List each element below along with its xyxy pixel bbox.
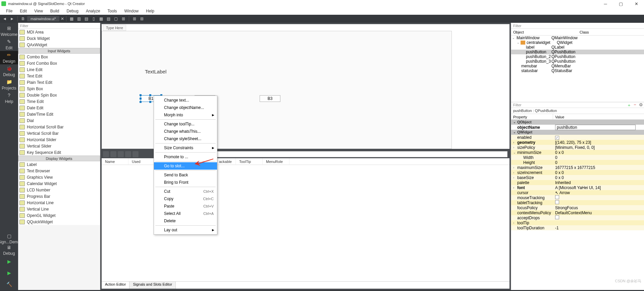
expand-icon[interactable]: › xyxy=(513,146,517,149)
property-row[interactable]: ›sizeIncrement0 x 0 xyxy=(511,170,644,175)
object-tree-row[interactable]: menubarQMenuBar xyxy=(511,64,644,68)
property-row[interactable]: paletteInherited xyxy=(511,180,644,185)
action-col-header[interactable]: MenuRole xyxy=(263,158,289,165)
expand-icon[interactable]: › xyxy=(513,186,517,189)
minimize-button[interactable]: ─ xyxy=(598,0,613,7)
context-menu-item[interactable]: Lay out▶ xyxy=(154,226,217,234)
widget-item[interactable]: Plain Text Edit xyxy=(18,79,100,85)
action-col-header[interactable]: Name xyxy=(102,158,128,165)
property-row[interactable]: ⌄minimumSize0 x 0 xyxy=(511,150,644,155)
object-tree-row[interactable]: ⌄MainWindowQMainWindow xyxy=(511,36,644,40)
action-col-header[interactable]: ackable xyxy=(216,158,236,165)
widget-filter[interactable]: Filter xyxy=(18,23,100,29)
property-row[interactable]: mouseTracking xyxy=(511,195,644,200)
property-row[interactable]: acceptDrops xyxy=(511,215,644,220)
layout-hbox-icon[interactable]: ▦ xyxy=(68,15,75,22)
expand-icon[interactable]: › xyxy=(513,166,517,169)
property-row[interactable]: ›fontA [Microsoft YaHei UI, 14] xyxy=(511,185,644,190)
copy-action-icon[interactable] xyxy=(110,151,116,157)
property-row[interactable]: ›toolTip xyxy=(511,220,644,225)
widget-item[interactable]: Double Spin Box xyxy=(18,92,100,98)
layout-form-icon[interactable]: ▤ xyxy=(105,15,112,22)
property-header-name[interactable]: Property xyxy=(511,114,553,119)
resize-handle[interactable] xyxy=(140,101,142,103)
property-row[interactable]: tabletTracking xyxy=(511,200,644,205)
widget-item[interactable]: Key Sequence Edit xyxy=(18,149,100,156)
property-row[interactable]: objectNamepushButton xyxy=(511,125,644,130)
property-row[interactable]: cursor↖ Arrow xyxy=(511,190,644,195)
property-section[interactable]: ⌄QObject xyxy=(511,120,644,125)
widget-item[interactable]: QAxWidget xyxy=(18,42,100,48)
remove-dynamic-prop-icon[interactable]: − xyxy=(632,102,638,108)
property-row[interactable]: ›maximumSize16777215 x 16777215 xyxy=(511,165,644,170)
mode-design[interactable]: ✏Design xyxy=(0,51,18,64)
expand-icon[interactable]: ⌄ xyxy=(516,41,521,44)
widget-item[interactable]: Progress Bar xyxy=(18,193,100,199)
widget-item[interactable]: Horizontal Scroll Bar xyxy=(18,124,100,130)
widget-item[interactable]: Combo Box xyxy=(18,54,100,60)
widget-item[interactable]: MDI Area xyxy=(18,29,100,35)
action-tab[interactable]: Signals and Slots Editor xyxy=(129,282,176,289)
object-tree-row[interactable]: pushButtonQPushButton xyxy=(511,50,644,54)
property-filter[interactable]: Filter xyxy=(511,103,626,107)
widget-item[interactable]: Text Browser xyxy=(18,168,100,174)
open-tab[interactable]: mainwindow.ui* xyxy=(27,16,59,21)
widget-item[interactable]: Vertical Line xyxy=(18,206,100,212)
widget-item[interactable]: Horizontal Line xyxy=(18,199,100,206)
forward-icon[interactable]: ► xyxy=(9,15,15,22)
mode-edit[interactable]: ✎Edit xyxy=(0,38,18,51)
object-tree-row[interactable]: ⌄centralwidgetQWidget xyxy=(511,40,644,45)
context-menu-item[interactable]: Send to Back xyxy=(154,171,217,179)
menu-build[interactable]: Build xyxy=(47,8,63,14)
back-icon[interactable]: ◄ xyxy=(1,15,8,22)
menu-edit[interactable]: Edit xyxy=(16,8,30,14)
grid-toggle2-icon[interactable]: ⊞ xyxy=(139,15,145,22)
property-row[interactable]: toolTipDuration-1 xyxy=(511,225,644,230)
action-col-header[interactable]: ToolTip xyxy=(236,158,263,165)
checkbox[interactable] xyxy=(555,195,559,199)
layout-vsplit-icon[interactable]: ▯ xyxy=(91,15,97,22)
break-layout-icon[interactable]: ▢ xyxy=(113,15,119,22)
context-menu-item[interactable]: Bring to Front xyxy=(154,179,217,186)
button-b3[interactable]: B3 xyxy=(260,95,280,102)
context-menu-item[interactable]: Morph into▶ xyxy=(154,111,217,119)
resize-handle[interactable] xyxy=(140,98,142,100)
widget-item[interactable]: LCD Number xyxy=(18,187,100,193)
paste-action-icon[interactable] xyxy=(118,151,124,157)
menu-help[interactable]: Help xyxy=(143,8,158,14)
object-tree-row[interactable]: pushButton_2QPushButton xyxy=(511,54,644,59)
mode-projects[interactable]: 📁Projects xyxy=(0,78,18,91)
widget-item[interactable]: Dial xyxy=(18,117,100,124)
text-label-widget[interactable]: TextLabel xyxy=(145,69,166,74)
kit-selector[interactable]: 🖥Debug xyxy=(0,244,18,256)
context-menu-item[interactable]: Select AllCtrl+A xyxy=(154,210,217,217)
widget-item[interactable]: Spin Box xyxy=(18,85,100,92)
widget-item[interactable]: OpenGL Widget xyxy=(18,212,100,219)
property-value-input[interactable]: pushButton xyxy=(555,125,636,130)
delete-action-icon[interactable] xyxy=(125,151,131,157)
resize-handle[interactable] xyxy=(149,94,151,96)
widget-item[interactable]: Date/Time Edit xyxy=(18,111,100,117)
checkbox[interactable] xyxy=(555,136,559,140)
action-filter[interactable]: Filter xyxy=(187,151,507,157)
menu-analyze[interactable]: Analyze xyxy=(83,8,104,14)
action-tab[interactable]: Action Editor xyxy=(102,282,129,289)
context-menu-item[interactable]: Change toolTip... xyxy=(154,120,217,128)
widget-item[interactable]: Font Combo Box xyxy=(18,60,100,66)
menu-view[interactable]: View xyxy=(31,8,46,14)
expand-icon[interactable]: ⌄ xyxy=(511,36,516,40)
widget-item[interactable]: Dock Widget xyxy=(18,35,100,42)
resize-handle[interactable] xyxy=(140,94,142,96)
property-row[interactable]: contextMenuPolicyDefaultContextMenu xyxy=(511,210,644,215)
property-row[interactable]: ›sizePolicy[Minimum, Fixed, 0, 0] xyxy=(511,145,644,150)
widget-item[interactable]: Calendar Widget xyxy=(18,180,100,187)
close-button[interactable]: ✕ xyxy=(629,0,644,7)
context-menu-item[interactable]: PasteCtrl+V xyxy=(154,202,217,210)
menu-debug[interactable]: Debug xyxy=(63,8,82,14)
debug-run-button[interactable]: ▶ xyxy=(0,267,18,279)
widget-item[interactable]: Vertical Slider xyxy=(18,143,100,149)
property-row[interactable]: Height0 xyxy=(511,160,644,165)
add-dynamic-prop-icon[interactable]: ＋ xyxy=(626,102,632,108)
maximize-button[interactable]: ▢ xyxy=(613,0,629,7)
widget-item[interactable]: Graphics View xyxy=(18,174,100,180)
